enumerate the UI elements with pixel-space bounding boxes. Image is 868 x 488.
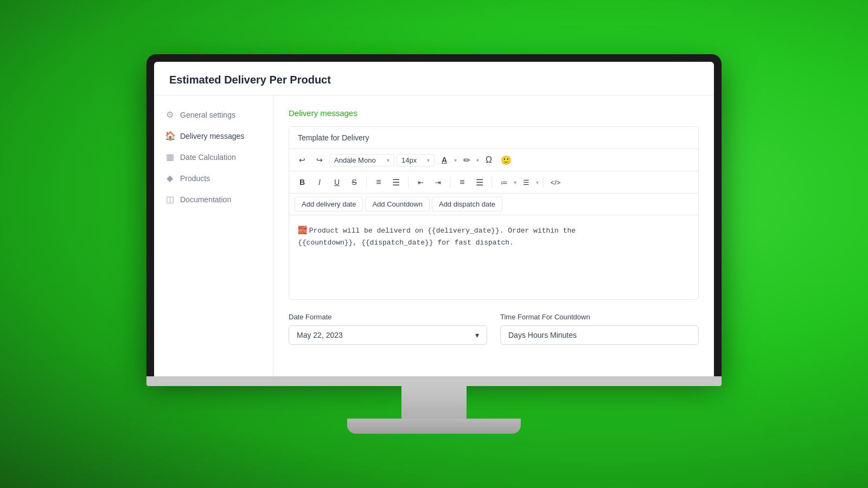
add-countdown-button[interactable]: Add Countdown	[365, 197, 430, 211]
date-format-group: Date Formate May 22, 2023 ▾	[289, 313, 487, 345]
editor-body[interactable]: 🧱 Product will be deliverd on {{delivery…	[289, 215, 698, 299]
strikethrough-button[interactable]: S	[347, 175, 362, 190]
indent-left-button[interactable]: ⇤	[413, 175, 428, 190]
section-title: Delivery messages	[289, 108, 699, 118]
font-size-chevron-icon: ▾	[427, 157, 430, 163]
align-right2-button[interactable]: ☰	[472, 175, 487, 190]
tag-icon: ◆	[165, 173, 175, 183]
date-format-value: May 22, 2023	[297, 331, 343, 339]
numbered-list-button[interactable]: ☰	[519, 175, 534, 190]
divider-3	[450, 177, 450, 188]
toolbar-row-1: ↩ ↪ Andale Mono ▾ 14px ▾	[289, 149, 698, 171]
calendar-icon: ▦	[165, 152, 175, 162]
sidebar-item-documentation[interactable]: ◫ Documentation	[154, 189, 273, 210]
align-center-button[interactable]: ☰	[388, 175, 404, 190]
indent-right-button[interactable]: ⇥	[430, 175, 445, 190]
sidebar: ⚙ General settings 🏠 Delivery messages ▦…	[154, 95, 273, 376]
sidebar-label-delivery-messages: Delivery messages	[180, 132, 244, 140]
underline-button[interactable]: U	[329, 175, 344, 190]
editor-card-title: Template for Delivery	[289, 127, 698, 149]
editor-card: Template for Delivery ↩ ↪ Andale Mono ▾	[289, 126, 699, 300]
date-format-label: Date Formate	[289, 313, 487, 321]
italic-button[interactable]: I	[312, 175, 327, 190]
text-color-chevron-icon: ▾	[454, 157, 457, 163]
time-format-label: Time Format For Countdown	[500, 313, 699, 321]
code-button[interactable]: </>	[548, 175, 563, 190]
align-left2-button[interactable]: ≡	[455, 175, 470, 190]
sidebar-item-general-settings[interactable]: ⚙ General settings	[154, 104, 273, 125]
undo-button[interactable]: ↩	[295, 152, 310, 168]
font-size-select[interactable]: 14px ▾	[397, 154, 435, 166]
doc-icon: ◫	[165, 194, 175, 204]
redo-button[interactable]: ↪	[312, 152, 327, 168]
app-body: ⚙ General settings 🏠 Delivery messages ▦…	[154, 95, 714, 376]
editor-content-line2: {{countdown}}, {{dispatch_date}} for fas…	[298, 239, 514, 247]
sidebar-label-general-settings: General settings	[180, 111, 235, 119]
monitor-screen: Estimated Delivery Per Product ⚙ General…	[154, 62, 714, 376]
bullet-list-chevron-icon: ▾	[514, 179, 516, 185]
special-char-button[interactable]: Ω	[481, 152, 496, 168]
date-format-select[interactable]: May 22, 2023 ▾	[289, 325, 487, 345]
app-header: Estimated Delivery Per Product	[154, 62, 714, 95]
font-size-value: 14px	[401, 156, 417, 164]
divider-4	[492, 177, 492, 188]
toolbar-row-2: B I U S ≡ ☰ ⇤ ⇥	[289, 171, 698, 194]
home-icon: 🏠	[165, 131, 175, 141]
sidebar-label-date-calculation: Date Calculation	[180, 153, 236, 162]
numbered-list-chevron-icon: ▾	[536, 179, 539, 185]
editor-toolbar: ↩ ↪ Andale Mono ▾ 14px ▾	[289, 149, 698, 215]
divider-1	[366, 177, 367, 188]
font-family-chevron-icon: ▾	[387, 157, 390, 163]
toolbar-row-3: Add delivery date Add Countdown Add disp…	[289, 194, 698, 215]
sidebar-item-products[interactable]: ◆ Products	[154, 168, 273, 189]
add-dispatch-date-button[interactable]: Add dispatch date	[432, 197, 502, 211]
app-container: Estimated Delivery Per Product ⚙ General…	[154, 62, 714, 376]
highlight-chevron-icon: ▾	[476, 157, 479, 163]
bullet-list-button[interactable]: ≔	[496, 175, 512, 190]
main-content: Delivery messages Template for Delivery …	[273, 95, 714, 376]
editor-content-line1: Product will be deliverd on {{delivery_d…	[309, 227, 576, 235]
app-title: Estimated Delivery Per Product	[169, 74, 699, 86]
monitor-frame: Estimated Delivery Per Product ⚙ General…	[146, 54, 722, 376]
font-family-value: Andale Mono	[334, 156, 376, 164]
monitor: Estimated Delivery Per Product ⚙ General…	[146, 54, 722, 434]
date-format-chevron-icon: ▾	[475, 331, 479, 339]
bold-button[interactable]: B	[295, 175, 310, 190]
divider-5	[543, 177, 544, 188]
text-color-button[interactable]: A	[437, 152, 452, 168]
time-format-group: Time Format For Countdown Days Hours Min…	[500, 313, 699, 345]
gear-icon: ⚙	[165, 110, 175, 120]
highlight-button[interactable]: ✏	[459, 152, 474, 168]
font-family-select[interactable]: Andale Mono ▾	[329, 154, 394, 166]
divider-2	[408, 177, 409, 188]
monitor-stand-top	[146, 376, 722, 386]
sidebar-label-documentation: Documentation	[180, 195, 231, 204]
sidebar-item-delivery-messages[interactable]: 🏠 Delivery messages	[154, 125, 273, 146]
sidebar-item-date-calculation[interactable]: ▦ Date Calculation	[154, 146, 273, 168]
sidebar-label-products: Products	[180, 174, 210, 183]
bottom-form: Date Formate May 22, 2023 ▾ Time Format …	[289, 313, 699, 345]
monitor-base	[347, 419, 521, 434]
add-delivery-date-button[interactable]: Add delivery date	[295, 197, 363, 211]
monitor-neck	[401, 386, 467, 419]
emoji-button[interactable]: 🙂	[499, 152, 514, 168]
align-left-button[interactable]: ≡	[371, 175, 386, 190]
editor-emoji: 🧱	[298, 226, 307, 234]
time-format-value: Days Hours Minutes	[500, 325, 699, 345]
